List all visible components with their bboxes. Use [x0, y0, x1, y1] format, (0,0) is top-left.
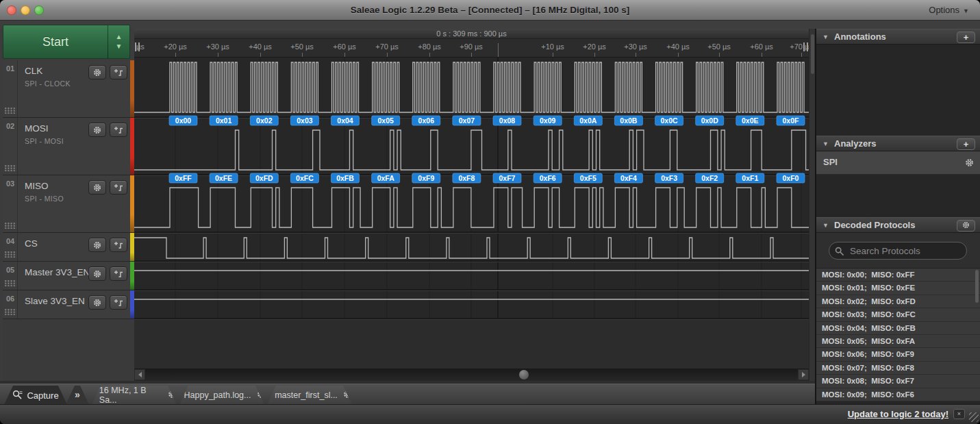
decoded-protocol-row[interactable]: MOSI: 0x04; MISO: 0xFB	[816, 322, 980, 335]
timeline-edge-marker-icon[interactable]	[135, 42, 140, 51]
drag-grip-icon[interactable]	[5, 165, 16, 171]
tick-label: +40 µs	[666, 42, 690, 51]
tick-label: +30 µs	[206, 42, 229, 51]
add-annotation-button[interactable]: +	[957, 32, 975, 43]
tab-label: 16 MHz, 1 B Sa...	[99, 386, 162, 405]
decoded-protocol-row[interactable]: MOSI: 0x09; MISO: 0xF6	[816, 388, 980, 401]
tab-overflow-button[interactable]: »	[66, 386, 89, 405]
svg-text:0x05: 0x05	[378, 116, 394, 125]
channel-trigger-button[interactable]	[110, 180, 127, 195]
channel-gutter: 01	[3, 60, 18, 117]
channel-settings-button[interactable]	[88, 123, 106, 137]
tab-happy-path-log[interactable]: Happy_path.log...	[179, 386, 264, 405]
decoded-protocol-row[interactable]: MOSI: 0x00; MISO: 0xFF	[816, 269, 980, 282]
gear-icon[interactable]	[168, 390, 177, 401]
channel-settings-button[interactable]	[88, 295, 106, 310]
start-options-toggle[interactable]: ▲ ▼	[108, 25, 129, 58]
channel-settings-button[interactable]	[88, 266, 106, 281]
vertical-scrollbar[interactable]	[809, 29, 815, 381]
collapse-triangle-icon[interactable]: ▼	[822, 140, 829, 147]
title-bar: Saleae Logic 1.2.29 Beta – [Connected] –…	[0, 0, 980, 21]
channel-row-cs[interactable]: 04 CS	[3, 233, 134, 262]
channel-settings-button[interactable]	[88, 238, 106, 252]
channel-trigger-button[interactable]	[110, 65, 127, 79]
gear-icon[interactable]	[343, 390, 352, 401]
horizontal-scrollbar[interactable]	[134, 369, 809, 381]
gear-icon[interactable]	[965, 158, 974, 170]
drag-grip-icon[interactable]	[5, 280, 16, 286]
gear-icon[interactable]	[257, 390, 266, 401]
analyzer-item-spi[interactable]: SPI	[816, 151, 980, 175]
channel-settings-button[interactable]	[88, 65, 106, 79]
channel-row-clk[interactable]: 01 CLK SPI - CLOCK	[3, 60, 134, 118]
tab-master-first-sl[interactable]: master_first_sl...	[267, 386, 352, 405]
channel-trigger-button[interactable]	[110, 123, 127, 137]
drag-grip-icon[interactable]	[5, 309, 16, 315]
channel-list: 01 CLK SPI - CLOCK 02 MOSI SPI - MOSI 03…	[3, 60, 134, 319]
timeline-edge-marker-icon[interactable]	[803, 42, 808, 51]
tab-label: Happy_path.log...	[184, 390, 251, 400]
svg-text:0x01: 0x01	[216, 116, 232, 125]
scroll-right-button[interactable]	[798, 369, 809, 380]
list-scrollbar-thumb[interactable]	[975, 270, 979, 303]
svg-text:0xF3: 0xF3	[661, 174, 677, 182]
channel-settings-button[interactable]	[88, 180, 106, 195]
drag-grip-icon	[267, 390, 269, 400]
channel-row-slave-3v3-en[interactable]: 06 Slave 3V3_EN	[3, 290, 134, 319]
horizontal-scrollbar-thumb[interactable]	[519, 370, 529, 379]
tab-16-mhz-1-b-sa[interactable]: 16 MHz, 1 B Sa...	[92, 386, 177, 405]
tick-mark	[678, 53, 679, 57]
tick-label: +50 µs	[707, 42, 731, 51]
tick-label: +60 µs	[333, 42, 356, 51]
channel-panel-empty	[3, 319, 134, 381]
decoded-protocols-settings-button[interactable]	[957, 220, 975, 232]
decoded-protocol-row[interactable]: MOSI: 0x08; MISO: 0xF7	[816, 375, 980, 388]
channel-row-mosi[interactable]: 02 MOSI SPI - MOSI	[3, 118, 134, 175]
resize-grip-icon[interactable]	[969, 412, 979, 422]
drag-grip-icon[interactable]	[5, 251, 16, 258]
tick-label: +80 µs	[418, 42, 441, 51]
decoded-protocol-row[interactable]: MOSI: 0x07; MISO: 0xF8	[816, 362, 980, 375]
decoded-protocol-row[interactable]: MOSI: 0x05; MISO: 0xFA	[816, 335, 980, 348]
svg-text:0xFA: 0xFA	[377, 174, 395, 182]
channel-trigger-button[interactable]	[110, 266, 127, 281]
decoded-protocol-row[interactable]: MOSI: 0x03; MISO: 0xFC	[816, 308, 980, 321]
vertical-scrollbar-thumb[interactable]	[811, 34, 814, 74]
add-analyzer-button[interactable]: +	[957, 138, 975, 150]
svg-text:0x0B: 0x0B	[620, 116, 638, 125]
annotations-header[interactable]: ▼ Annotations +	[816, 29, 980, 45]
channel-gutter: 02	[3, 118, 18, 175]
channel-analyzer-label: SPI - MISO	[25, 195, 64, 203]
time-ruler[interactable]: +10 µs+20 µs+30 µs+40 µs+50 µs+60 µs+70 …	[134, 39, 809, 58]
channel-row-master-3v3-en[interactable]: 05 Master 3V3_EN	[3, 262, 134, 290]
tick-label: +70 µs	[375, 42, 399, 51]
channel-name: Slave 3V3_EN	[25, 296, 85, 306]
tick-label: +60 µs	[750, 42, 773, 51]
tab-capture[interactable]: Capture	[4, 386, 67, 405]
drag-grip-icon[interactable]	[5, 108, 16, 114]
tick-mark	[302, 53, 303, 57]
collapse-triangle-icon[interactable]: ▼	[822, 34, 829, 40]
search-protocols-input[interactable]	[829, 242, 967, 260]
decoded-protocol-row[interactable]: MOSI: 0x01; MISO: 0xFE	[816, 282, 980, 295]
decoded-protocol-row[interactable]: MOSI: 0x02; MISO: 0xFD	[816, 295, 980, 308]
scroll-left-button[interactable]	[134, 369, 145, 380]
drag-grip-icon[interactable]	[5, 223, 16, 229]
channel-row-miso[interactable]: 03 MISO SPI - MISO	[3, 175, 134, 233]
waveform-area[interactable]: 0x000x010x020x030x040x050x060x070x080x09…	[134, 58, 809, 369]
timeline-position[interactable]: 0 s : 309 ms : 900 µs	[134, 29, 809, 39]
channel-trigger-button[interactable]	[110, 238, 127, 252]
channel-analyzer-label: SPI - CLOCK	[25, 79, 71, 88]
decoded-protocols-header[interactable]: ▼ Decoded Protocols	[816, 217, 980, 233]
channel-trigger-button[interactable]	[110, 295, 127, 310]
svg-text:0xF1: 0xF1	[742, 174, 758, 182]
decoded-protocol-row[interactable]: MOSI: 0x06; MISO: 0xF9	[816, 348, 980, 361]
svg-text:0x00: 0x00	[175, 116, 192, 125]
tick-label: +50 µs	[290, 42, 314, 51]
update-link[interactable]: Update to logic 2 today!	[848, 409, 948, 419]
analyzers-header[interactable]: ▼ Analyzers +	[816, 136, 980, 151]
close-update-banner-button[interactable]: ×	[953, 409, 965, 419]
collapse-triangle-icon[interactable]: ▼	[822, 222, 829, 229]
start-button[interactable]: Start ▲ ▼	[3, 25, 130, 59]
options-menu[interactable]: Options▼	[929, 0, 969, 21]
